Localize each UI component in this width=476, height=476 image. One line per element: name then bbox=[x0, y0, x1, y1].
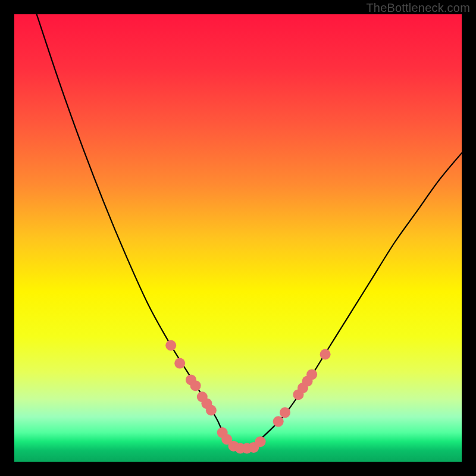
data-marker bbox=[165, 340, 176, 351]
data-marker bbox=[273, 416, 284, 427]
chart-frame: TheBottleneck.com bbox=[0, 0, 476, 476]
data-marker bbox=[255, 436, 266, 447]
data-marker bbox=[320, 349, 331, 360]
marker-group bbox=[165, 340, 330, 454]
data-marker bbox=[190, 380, 201, 391]
attribution-label: TheBottleneck.com bbox=[366, 1, 470, 15]
data-marker bbox=[306, 369, 317, 380]
data-marker bbox=[174, 358, 185, 369]
bottleneck-curve bbox=[37, 14, 462, 450]
curve-layer bbox=[14, 14, 462, 462]
plot-area bbox=[14, 14, 462, 462]
data-marker bbox=[280, 407, 290, 418]
data-marker bbox=[206, 405, 217, 416]
